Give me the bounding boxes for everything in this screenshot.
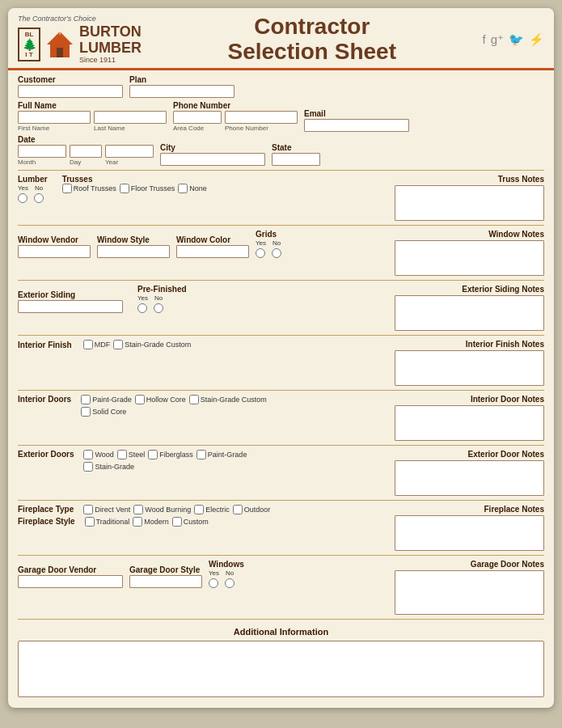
window-notes-label: Window Notes — [395, 230, 544, 239]
exterior-siding-notes-box[interactable] — [395, 295, 544, 331]
electric-item: Electric — [194, 505, 230, 514]
fireplace-notes-label: Fireplace Notes — [395, 505, 544, 514]
date-city-state-row: Date Month Day Year — [18, 135, 544, 166]
electric-checkbox[interactable] — [194, 505, 204, 514]
lumber-yn-radios — [18, 193, 44, 203]
lastname-input[interactable] — [94, 111, 167, 124]
wood-burning-checkbox[interactable] — [133, 505, 143, 514]
window-notes-box[interactable] — [395, 240, 544, 276]
garage-door-vendor-input[interactable] — [18, 575, 123, 588]
exterior-door-notes-box[interactable] — [395, 460, 544, 496]
lumber-label: Lumber — [18, 175, 48, 184]
additional-info-box[interactable] — [18, 641, 544, 697]
window-style-input[interactable] — [97, 245, 170, 258]
garage-door-style-input[interactable] — [129, 575, 202, 588]
pre-finished-no-radio[interactable] — [154, 303, 163, 313]
svg-rect-1 — [57, 48, 63, 57]
solid-core-checkbox[interactable] — [81, 407, 91, 417]
exterior-siding-label: Exterior Siding — [18, 290, 123, 299]
floor-trusses-checkbox[interactable] — [120, 184, 129, 193]
wood-burning-label: Wood Burning — [145, 506, 191, 514]
pre-finished-yes-radio[interactable] — [137, 303, 147, 313]
wood-checkbox[interactable] — [83, 450, 93, 459]
lumber-trusses-row: Lumber Yes No — [18, 175, 388, 203]
year-input[interactable] — [105, 145, 154, 158]
additional-info-label: Additional Information — [234, 627, 328, 637]
garage-door-notes-col: Garage Door Notes — [395, 560, 544, 615]
stain-grade2-checkbox[interactable] — [83, 462, 93, 472]
exterior-siding-group: Exterior Siding — [18, 290, 123, 313]
mdf-item: MDF — [83, 340, 111, 349]
lumber-yes-radio[interactable] — [18, 193, 27, 203]
traditional-checkbox[interactable] — [85, 517, 95, 527]
solid-core-label: Solid Core — [92, 408, 126, 416]
pre-finished-yn-radios — [137, 303, 163, 313]
truss-notes-box[interactable] — [395, 185, 544, 221]
phonenumber-input[interactable] — [225, 111, 298, 124]
grids-yes-radio[interactable] — [256, 248, 265, 258]
mdf-checkbox[interactable] — [83, 340, 93, 349]
interior-door-notes-box[interactable] — [395, 405, 544, 441]
state-group: State — [272, 143, 320, 166]
garage-windows-yes-radio[interactable] — [209, 578, 218, 588]
areacode-group: Area Code — [173, 111, 222, 132]
other-social-icon[interactable]: ⚡ — [529, 32, 544, 47]
fireplace-notes-box[interactable] — [395, 515, 544, 551]
lastname-sub: Last Name — [94, 125, 167, 132]
interior-finish-notes-box[interactable] — [395, 350, 544, 386]
custom-checkbox[interactable] — [172, 517, 182, 527]
firstname-input[interactable] — [18, 111, 91, 124]
twitter-icon[interactable]: 🐦 — [509, 32, 524, 47]
plan-group: Plan — [129, 75, 235, 98]
garage-door-notes-box[interactable] — [395, 570, 544, 615]
pre-finished-no-label: No — [154, 294, 163, 302]
pre-finished-group: Pre-Finished Yes No — [137, 285, 187, 313]
roof-trusses-checkbox[interactable] — [62, 184, 72, 193]
lumber-no-label: No — [35, 184, 43, 192]
month-input[interactable] — [18, 145, 66, 158]
customer-input[interactable] — [18, 85, 123, 98]
plan-input[interactable] — [129, 85, 235, 98]
stain-grade-custom2-checkbox[interactable] — [189, 395, 199, 404]
exterior-siding-left: Exterior Siding Pre-Finished Yes No — [18, 285, 388, 331]
day-input[interactable] — [70, 145, 102, 158]
areacode-input[interactable] — [173, 111, 222, 124]
brand-name2: LUMBER — [79, 40, 142, 57]
garage-door-section: Garage Door Vendor Garage Door Style Win… — [18, 560, 544, 615]
paint-grade-checkbox[interactable] — [81, 395, 91, 404]
interior-finish-checkboxes: MDF Stain-Grade Custom — [83, 340, 192, 349]
direct-vent-checkbox[interactable] — [83, 505, 93, 514]
garage-windows-no-radio[interactable] — [225, 578, 235, 588]
hollow-core-item: Hollow Core — [135, 395, 186, 404]
window-color-input[interactable] — [176, 245, 249, 258]
direct-vent-label: Direct Vent — [95, 506, 130, 514]
city-input[interactable] — [160, 153, 265, 166]
google-plus-icon[interactable]: g⁺ — [491, 32, 504, 47]
fireplace-style-checkboxes: Traditional Modern Custom — [85, 517, 209, 527]
hollow-core-checkbox[interactable] — [135, 395, 145, 404]
none-trusses-checkbox[interactable] — [178, 184, 188, 193]
fiberglass-checkbox[interactable] — [148, 450, 158, 459]
stain-grade-custom2-label: Stain-Grade Custom — [201, 396, 267, 404]
outdoor-checkbox[interactable] — [233, 505, 243, 514]
lastname-group: Last Name — [94, 111, 167, 132]
window-vendor-input[interactable] — [18, 245, 91, 258]
wood-label: Wood — [95, 451, 113, 459]
outdoor-item: Outdoor — [233, 505, 271, 514]
stain-grade-custom-checkbox[interactable] — [113, 340, 123, 349]
custom-label: Custom — [184, 518, 209, 526]
paint-grade2-checkbox[interactable] — [196, 450, 206, 459]
facebook-icon[interactable]: f — [482, 32, 485, 46]
grids-no-radio[interactable] — [272, 248, 281, 258]
email-input[interactable] — [304, 119, 409, 132]
firstname-group: First Name — [18, 111, 91, 132]
paint-grade2-item: Paint-Grade — [196, 450, 247, 459]
exterior-siding-input[interactable] — [18, 300, 123, 313]
steel-checkbox[interactable] — [117, 450, 127, 459]
lumber-no-radio[interactable] — [34, 193, 44, 203]
modern-checkbox[interactable] — [133, 517, 142, 527]
year-group: Year — [105, 145, 154, 166]
state-input[interactable] — [272, 153, 320, 166]
brand-since: Since 1911 — [79, 57, 142, 65]
grids-no-label: No — [273, 239, 281, 247]
